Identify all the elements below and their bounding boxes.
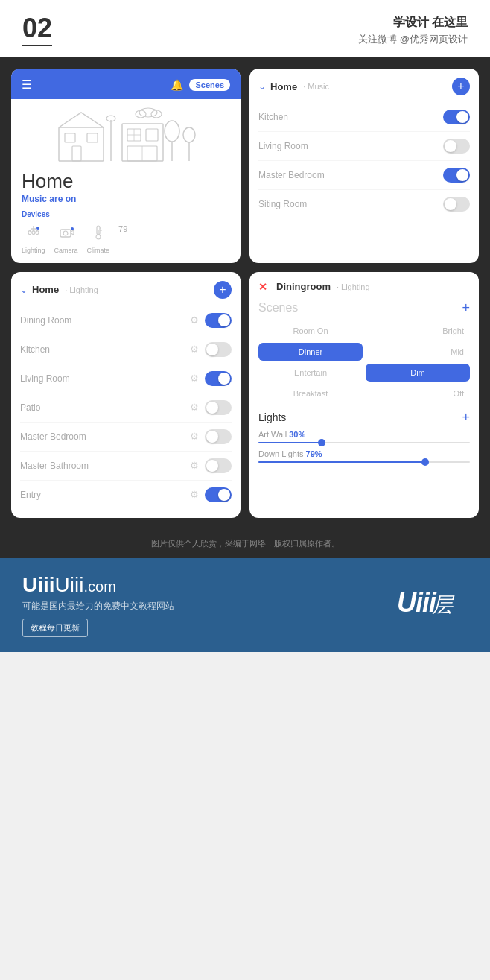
room-name: Kitchen [20,344,50,355]
gear-icon[interactable]: ⚙ [190,314,199,326]
scene-room-on[interactable]: Room On [258,322,363,340]
scene-dim[interactable]: Dim [366,364,470,382]
gear-icon[interactable]: ⚙ [190,373,199,384]
svg-rect-10 [146,129,158,141]
svg-point-30 [63,231,68,235]
brand-name: UiiiUiii.com [22,573,174,597]
svg-point-13 [165,121,179,142]
room-name: Siting Room [258,199,307,209]
gear-icon[interactable]: ⚙ [190,344,199,355]
climate-label: Climate [87,247,110,254]
svg-point-15 [183,127,195,142]
device-climate: Climate [87,224,110,254]
toggle-entry[interactable] [205,487,232,502]
down-lights-label: Down Lights 79% [258,449,470,458]
down-lights-slider[interactable] [258,461,470,463]
scenes-section: Scenes + Room On Bright Dinner Mid Enter… [258,300,470,402]
room-name: Entry [20,490,41,500]
devices-label: Devices [22,210,230,218]
scene-bright[interactable]: Bright [366,322,470,340]
list-item: Living Room ⚙ [20,364,232,393]
gear-icon[interactable]: ⚙ [190,402,199,413]
devices-row: Lighting Camera [22,224,230,254]
add-button[interactable]: + [452,78,470,95]
header-right: 学设计 在这里 关注微博 @优秀网页设计 [358,15,468,46]
panel4-header: ✕ Diningroom · Lighting [258,281,470,293]
plus-icon[interactable]: + [462,300,470,316]
lights-header: Lights + [258,410,470,426]
music-status: Music are on [22,194,230,204]
gear-icon[interactable]: ⚙ [190,431,199,442]
panels-grid: ☰ 🔔 Scenes [11,69,479,518]
list-item: Kitchen ⚙ [20,335,232,364]
climate-temp: 79 [118,224,127,233]
toggle-master-bedroom[interactable] [443,168,470,183]
add-button[interactable]: + [214,281,232,299]
toggle-siting-room[interactable] [443,197,470,212]
svg-text:Uiii: Uiii [397,587,437,618]
list-item: Master Bedroom ⚙ [20,423,232,452]
music-on-text: on [66,194,77,204]
scene-dinner[interactable]: Dinner [258,343,363,361]
panel-diningroom-lighting: ✕ Diningroom · Lighting Scenes + Room On… [249,272,479,518]
toggle-patio[interactable] [205,400,232,415]
list-item: Kitchen [258,103,470,132]
scene-off[interactable]: Off [366,385,470,402]
brand-left: UiiiUiii.com 可能是国内最给力的免费中文教程网站 教程每日更新 [22,573,174,637]
header: 02 学设计 在这里 关注微博 @优秀网页设计 [0,0,490,57]
scenes-label[interactable]: Scenes [189,79,230,91]
scenes-section-title: Scenes [258,301,298,314]
scenes-header: Scenes + [258,300,470,316]
header-number: 02 [22,15,52,42]
toggle-dining-room[interactable] [205,313,232,328]
gear-icon[interactable]: ⚙ [190,489,199,500]
svg-point-17 [139,108,157,117]
gear-icon[interactable]: ⚙ [190,460,199,471]
art-wall-slider[interactable] [258,442,470,443]
device-lighting: Lighting [22,224,45,254]
panel3-subtitle: · Lighting [65,285,98,294]
svg-point-18 [136,110,146,118]
light-art-wall: Art Wall 30% [258,430,470,443]
lights-section: Lights + Art Wall 30% Down Lights 79% [258,410,470,463]
toggle-master-bedroom[interactable] [205,429,232,444]
room-list: Kitchen Living Room Master Bedroom Sitin… [258,103,470,218]
home-title: Home [22,171,230,192]
brand-logo: Uiii 层 [393,584,468,626]
add-light-icon[interactable]: + [462,410,470,426]
panel4-header-left: ✕ Diningroom · Lighting [258,281,370,293]
header-title: 学设计 在这里 [358,15,468,31]
toggle-kitchen[interactable] [443,110,470,124]
room-name: Master Bedroom [258,170,325,180]
close-icon[interactable]: ✕ [258,281,267,293]
lighting-icon [25,224,42,244]
room-name: Living Room [258,141,308,151]
brand-cta[interactable]: 教程每日更新 [22,619,88,637]
svg-rect-2 [87,133,98,142]
panel-home-music: ☰ 🔔 Scenes [11,69,241,263]
chevron-down-icon[interactable]: ⌄ [258,81,266,92]
panel2-title: Home [270,81,297,92]
lighting-room-list: Dining Room ⚙ Kitchen ⚙ Living Room [20,306,232,509]
room-name: Kitchen [258,112,288,122]
room-controls: ⚙ [190,400,232,415]
room-controls: ⚙ [190,371,232,386]
light-down-lights: Down Lights 79% [258,449,470,463]
camera-icon [58,224,74,244]
bell-icon[interactable]: 🔔 [171,79,183,91]
hamburger-icon[interactable]: ☰ [22,78,32,92]
device-camera: Camera [54,224,78,254]
svg-point-33 [96,235,101,239]
toggle-living-room[interactable] [443,139,470,154]
toggle-kitchen[interactable] [205,342,232,357]
toggle-master-bathroom[interactable] [205,458,232,473]
room-name: Master Bathroom [20,461,89,471]
scene-entertain[interactable]: Entertain [258,364,363,382]
scenes-grid: Room On Bright Dinner Mid Entertain Dim … [258,322,470,402]
scene-breakfast[interactable]: Breakfast [258,385,363,402]
chevron-down-icon[interactable]: ⌄ [20,285,28,295]
scene-mid[interactable]: Mid [366,343,470,361]
room-controls: ⚙ [190,429,232,444]
toggle-living-room[interactable] [205,371,232,386]
footer-brand: UiiiUiii.com 可能是国内最给力的免费中文教程网站 教程每日更新 Ui… [0,558,490,652]
